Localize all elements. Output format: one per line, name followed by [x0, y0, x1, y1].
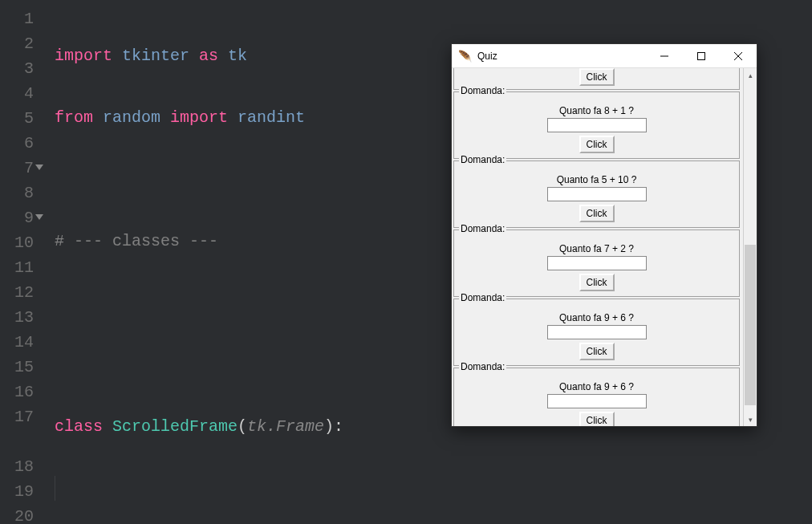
feather-icon: 🪶: [458, 50, 473, 63]
group-legend: Domanda:: [459, 154, 506, 165]
question-group: Domanda: Quanto fa 7 + 2 ? Click: [453, 230, 740, 297]
scroll-down-icon[interactable]: ▾: [744, 412, 757, 426]
question-group: Domanda: Quanto fa 8 + 1 ? Click: [453, 91, 740, 159]
group-legend: Domanda:: [459, 223, 506, 234]
click-button[interactable]: Click: [579, 274, 615, 291]
line-number: 16: [0, 380, 34, 404]
group-legend: Domanda:: [459, 361, 506, 372]
scroll-area: Click Domanda: Quanto fa 8 + 1 ? Click D…: [452, 68, 743, 426]
line-number: 10: [0, 230, 34, 255]
line-number: 2: [0, 31, 34, 56]
svg-rect-1: [698, 52, 705, 59]
group-legend: Domanda:: [459, 85, 506, 96]
line-number: 11: [0, 255, 34, 280]
line-number: 19: [0, 479, 34, 504]
click-button[interactable]: Click: [579, 68, 615, 86]
window-title: Quiz: [477, 51, 646, 62]
line-number: 13: [0, 305, 34, 330]
question-text: Quanto fa 5 + 10 ?: [459, 174, 734, 185]
click-button[interactable]: Click: [579, 412, 615, 426]
question-text: Quanto fa 8 + 1 ?: [459, 105, 734, 116]
line-number: 17: [0, 404, 34, 429]
question-group: Domanda: Quanto fa 9 + 6 ? Click: [453, 368, 740, 426]
line-number: 7: [0, 156, 34, 181]
scroll-up-icon[interactable]: ▴: [744, 68, 757, 82]
question-text: Quanto fa 7 + 2 ?: [459, 243, 734, 254]
minimize-button[interactable]: [646, 44, 683, 68]
vertical-scrollbar[interactable]: ▴ ▾: [743, 68, 757, 426]
maximize-button[interactable]: [683, 44, 720, 68]
line-number: 12: [0, 280, 34, 305]
line-number: 14: [0, 330, 34, 355]
scroll-thumb[interactable]: [745, 245, 756, 405]
line-number: 4: [0, 81, 34, 106]
line-number: 20: [0, 504, 34, 524]
line-number: 9: [0, 205, 34, 230]
line-number: 1: [0, 6, 34, 31]
titlebar[interactable]: 🪶 Quiz: [452, 44, 757, 68]
group-legend: Domanda:: [459, 292, 506, 303]
question-group: Domanda: Quanto fa 5 + 10 ? Click: [453, 160, 740, 228]
answer-input[interactable]: [547, 187, 647, 201]
answer-input[interactable]: [547, 118, 647, 132]
answer-input[interactable]: [547, 325, 647, 339]
question-group: Domanda: Quanto fa 9 + 6 ? Click: [453, 299, 740, 366]
click-button[interactable]: Click: [579, 343, 615, 360]
answer-input[interactable]: [547, 256, 647, 270]
line-number: 3: [0, 56, 34, 81]
click-button[interactable]: Click: [579, 136, 615, 153]
close-button[interactable]: [720, 44, 757, 68]
answer-input[interactable]: [547, 394, 647, 408]
line-number: 8: [0, 181, 34, 205]
line-number: [0, 429, 34, 454]
question-text: Quanto fa 9 + 6 ?: [459, 312, 734, 323]
line-number: 18: [0, 454, 34, 479]
line-number: 6: [0, 131, 34, 156]
line-number: 15: [0, 355, 34, 380]
question-text: Quanto fa 9 + 6 ?: [459, 381, 734, 392]
quiz-window: 🪶 Quiz Click Domanda: Quanto fa 8 + 1 ? …: [451, 43, 757, 427]
line-number: 5: [0, 106, 34, 131]
line-number-gutter: 1 2 3 4 5 6 7 8 9 10 11 12 13 14 15 16 1…: [0, 0, 42, 524]
click-button[interactable]: Click: [579, 205, 615, 222]
